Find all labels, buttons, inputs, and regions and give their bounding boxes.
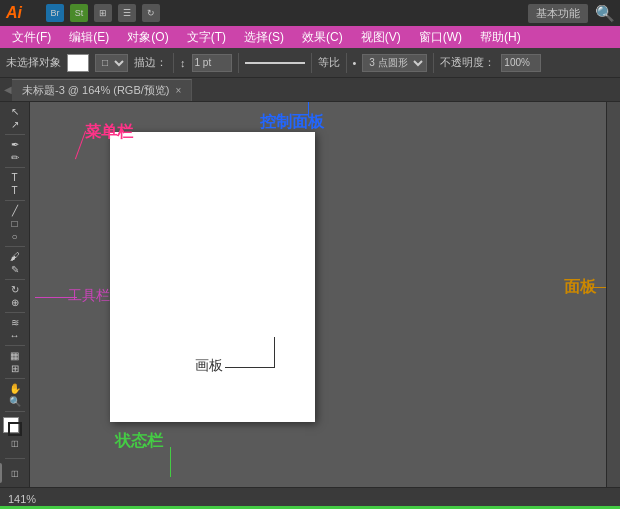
label-statusbar: 状态栏: [115, 431, 163, 452]
tool-sep-8: [5, 378, 25, 379]
tool-sep-5: [5, 279, 25, 280]
menu-object[interactable]: 对象(O): [119, 27, 176, 48]
fill-type-select[interactable]: □: [95, 54, 128, 72]
canvas-area: 菜单栏 控制面板 工具栏 面板 画板 状态栏: [30, 102, 606, 487]
tool-hand[interactable]: ✋: [3, 382, 27, 393]
tool-type[interactable]: T: [3, 172, 27, 183]
tool-pencil[interactable]: ✏: [3, 152, 27, 163]
tab-close-button[interactable]: ×: [175, 85, 181, 96]
artboard: [110, 132, 315, 422]
color-mode-gradient[interactable]: ◫: [3, 434, 27, 454]
selection-label: 未选择对象: [6, 55, 61, 70]
tool-scale[interactable]: ⊕: [3, 297, 27, 308]
menu-select[interactable]: 选择(S): [236, 27, 292, 48]
divider-4: [346, 53, 347, 73]
menu-window[interactable]: 窗口(W): [411, 27, 470, 48]
label-toolbar: 工具栏: [68, 287, 110, 305]
menu-text[interactable]: 文字(T): [179, 27, 234, 48]
title-right: 基本功能 🔍: [528, 4, 614, 23]
opacity-label: 不透明度：: [440, 55, 495, 70]
tool-ellipse[interactable]: ○: [3, 231, 27, 242]
tool-sep-3: [5, 200, 25, 201]
stroke-preview-line: [245, 62, 305, 64]
shape-select[interactable]: 3 点圆形: [362, 54, 427, 72]
tab-bar: ◀ 未标题-3 @ 164% (RGB/预览) ×: [0, 78, 620, 102]
menubar-arrow-line: [75, 131, 86, 160]
color-mode-normal[interactable]: □: [0, 434, 1, 454]
stroke-box[interactable]: [8, 422, 22, 436]
tool-selection[interactable]: ↖: [3, 106, 27, 117]
divider-1: [173, 53, 174, 73]
tool-rect[interactable]: □: [3, 218, 27, 229]
menu-effect[interactable]: 效果(C): [294, 27, 351, 48]
fill-color-swatch[interactable]: [67, 54, 89, 72]
tool-artboard[interactable]: ⊞: [3, 363, 27, 374]
control-panel-arrow-line: [308, 102, 309, 117]
sync-icon[interactable]: ↻: [142, 4, 160, 22]
tool-zoom[interactable]: 🔍: [3, 396, 27, 407]
stroke-width-input[interactable]: [192, 54, 232, 72]
screen-mode-normal[interactable]: □: [0, 463, 2, 483]
tool-sep-10: [5, 458, 25, 459]
artboards-icon[interactable]: ☰: [118, 4, 136, 22]
document-tab[interactable]: 未标题-3 @ 164% (RGB/预览) ×: [12, 79, 192, 101]
tool-sep-9: [5, 411, 25, 412]
opacity-input[interactable]: [501, 54, 541, 72]
color-boxes: [3, 417, 27, 429]
menu-help[interactable]: 帮助(H): [472, 27, 529, 48]
tab-title: 未标题-3 @ 164% (RGB/预览): [22, 83, 169, 98]
toolbar-label-line: [35, 297, 77, 298]
artboard-label-line: [225, 367, 275, 368]
tool-paintbrush[interactable]: 🖌: [3, 251, 27, 262]
tool-line[interactable]: ╱: [3, 205, 27, 216]
options-bar: 未选择对象 □ 描边： ↕ 等比 • 3 点圆形 不透明度：: [0, 48, 620, 78]
tab-left-arrow: ◀: [4, 84, 12, 95]
artboard-arrow-vert: [274, 337, 275, 367]
ratio-label: 等比: [318, 55, 340, 70]
tool-warp[interactable]: ≋: [3, 317, 27, 328]
menu-file[interactable]: 文件(F): [4, 27, 59, 48]
menu-edit[interactable]: 编辑(E): [61, 27, 117, 48]
label-artboard: 画板: [195, 357, 223, 375]
color-mode-buttons: □ ◫ ⊘: [0, 434, 30, 454]
divider-2: [238, 53, 239, 73]
stroke-arrow: ↕: [180, 57, 186, 69]
app-logo: Ai: [6, 4, 38, 22]
tool-sep-6: [5, 312, 25, 313]
toolbar: ↖ ↗ ✒ ✏ T T ╱ □ ○ 🖌 ✎ ↻ ⊕ ≋ ↔ ▦ ⊞ ✋ 🔍 □: [0, 102, 30, 487]
tool-sep-7: [5, 345, 25, 346]
label-control-panel: 控制面板: [260, 112, 324, 133]
tool-width[interactable]: ↔: [3, 330, 27, 341]
tool-blob-brush[interactable]: ✎: [3, 264, 27, 275]
screen-mode-full-menu[interactable]: ◫: [3, 463, 27, 483]
statusbar-label-line: [170, 447, 171, 477]
tool-sep-2: [5, 167, 25, 168]
workspace-button[interactable]: 基本功能: [528, 4, 588, 23]
bridge-icon[interactable]: Br: [46, 4, 64, 22]
tool-type-v[interactable]: T: [3, 185, 27, 196]
tool-direct-selection[interactable]: ↗: [3, 119, 27, 130]
menu-bar: 文件(F) 编辑(E) 对象(O) 文字(T) 选择(S) 效果(C) 视图(V…: [0, 26, 620, 48]
status-bar: 141%: [0, 487, 620, 509]
menu-view[interactable]: 视图(V): [353, 27, 409, 48]
tool-sep-1: [5, 134, 25, 135]
divider-3: [311, 53, 312, 73]
grid-icon[interactable]: ⊞: [94, 4, 112, 22]
panel-label-line: [591, 287, 606, 288]
divider-5: [433, 53, 434, 73]
status-text: 141%: [8, 493, 36, 505]
tool-column-graph[interactable]: ▦: [3, 350, 27, 361]
title-icons: Br St ⊞ ☰ ↻: [46, 4, 160, 22]
stroke-label: 描边：: [134, 55, 167, 70]
stock-icon[interactable]: St: [70, 4, 88, 22]
right-panel-area: [606, 102, 620, 487]
tool-rotate[interactable]: ↻: [3, 284, 27, 295]
search-icon[interactable]: 🔍: [596, 4, 614, 22]
dot-separator: •: [353, 57, 357, 69]
screen-mode-buttons: □ ◫ ▣: [0, 463, 30, 483]
tool-pen[interactable]: ✒: [3, 139, 27, 150]
tool-sep-4: [5, 246, 25, 247]
title-bar: Ai Br St ⊞ ☰ ↻ 基本功能 🔍: [0, 0, 620, 26]
label-menubar: 菜单栏: [85, 122, 133, 143]
